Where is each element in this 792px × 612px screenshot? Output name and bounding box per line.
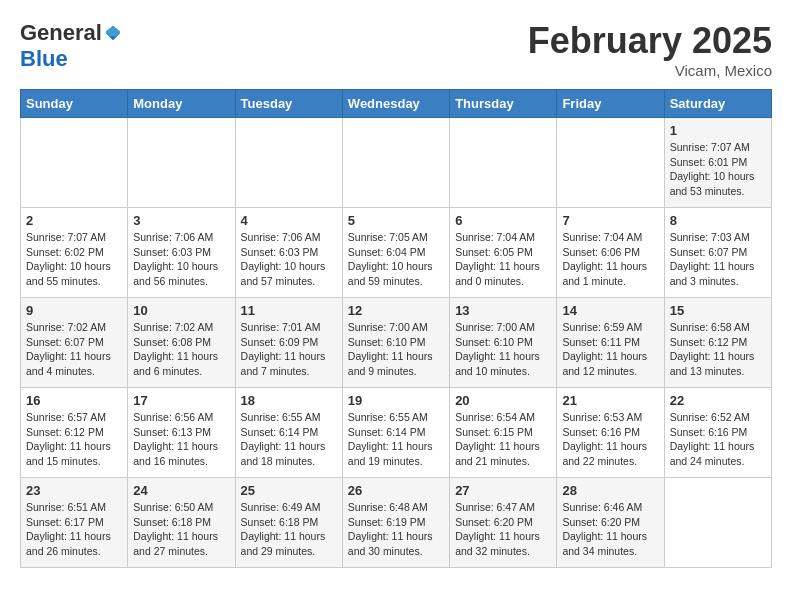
day-number: 28 <box>562 483 658 498</box>
month-title: February 2025 <box>528 20 772 62</box>
logo-general: General <box>20 20 102 46</box>
day-info: Sunrise: 6:46 AM Sunset: 6:20 PM Dayligh… <box>562 500 658 559</box>
calendar-cell: 14Sunrise: 6:59 AM Sunset: 6:11 PM Dayli… <box>557 298 664 388</box>
calendar-cell: 24Sunrise: 6:50 AM Sunset: 6:18 PM Dayli… <box>128 478 235 568</box>
calendar-cell: 8Sunrise: 7:03 AM Sunset: 6:07 PM Daylig… <box>664 208 771 298</box>
calendar-cell: 19Sunrise: 6:55 AM Sunset: 6:14 PM Dayli… <box>342 388 449 478</box>
day-header-wednesday: Wednesday <box>342 90 449 118</box>
day-info: Sunrise: 6:56 AM Sunset: 6:13 PM Dayligh… <box>133 410 229 469</box>
day-info: Sunrise: 7:03 AM Sunset: 6:07 PM Dayligh… <box>670 230 766 289</box>
day-info: Sunrise: 7:02 AM Sunset: 6:08 PM Dayligh… <box>133 320 229 379</box>
calendar-cell: 13Sunrise: 7:00 AM Sunset: 6:10 PM Dayli… <box>450 298 557 388</box>
day-number: 23 <box>26 483 122 498</box>
calendar-cell: 10Sunrise: 7:02 AM Sunset: 6:08 PM Dayli… <box>128 298 235 388</box>
calendar-cell: 3Sunrise: 7:06 AM Sunset: 6:03 PM Daylig… <box>128 208 235 298</box>
calendar-cell: 5Sunrise: 7:05 AM Sunset: 6:04 PM Daylig… <box>342 208 449 298</box>
calendar-cell <box>342 118 449 208</box>
day-number: 13 <box>455 303 551 318</box>
calendar-cell: 21Sunrise: 6:53 AM Sunset: 6:16 PM Dayli… <box>557 388 664 478</box>
calendar-cell: 11Sunrise: 7:01 AM Sunset: 6:09 PM Dayli… <box>235 298 342 388</box>
day-header-monday: Monday <box>128 90 235 118</box>
day-info: Sunrise: 7:07 AM Sunset: 6:02 PM Dayligh… <box>26 230 122 289</box>
location: Vicam, Mexico <box>528 62 772 79</box>
day-info: Sunrise: 7:00 AM Sunset: 6:10 PM Dayligh… <box>348 320 444 379</box>
day-number: 27 <box>455 483 551 498</box>
day-info: Sunrise: 6:49 AM Sunset: 6:18 PM Dayligh… <box>241 500 337 559</box>
day-info: Sunrise: 6:48 AM Sunset: 6:19 PM Dayligh… <box>348 500 444 559</box>
day-header-tuesday: Tuesday <box>235 90 342 118</box>
calendar-cell: 7Sunrise: 7:04 AM Sunset: 6:06 PM Daylig… <box>557 208 664 298</box>
calendar-cell <box>450 118 557 208</box>
calendar-cell: 17Sunrise: 6:56 AM Sunset: 6:13 PM Dayli… <box>128 388 235 478</box>
title-block: February 2025 Vicam, Mexico <box>528 20 772 79</box>
calendar-table: SundayMondayTuesdayWednesdayThursdayFrid… <box>20 89 772 568</box>
day-info: Sunrise: 7:06 AM Sunset: 6:03 PM Dayligh… <box>241 230 337 289</box>
calendar-cell: 2Sunrise: 7:07 AM Sunset: 6:02 PM Daylig… <box>21 208 128 298</box>
day-number: 25 <box>241 483 337 498</box>
logo-blue-text: Blue <box>20 46 68 72</box>
day-info: Sunrise: 6:57 AM Sunset: 6:12 PM Dayligh… <box>26 410 122 469</box>
calendar-week-2: 2Sunrise: 7:07 AM Sunset: 6:02 PM Daylig… <box>21 208 772 298</box>
day-info: Sunrise: 6:51 AM Sunset: 6:17 PM Dayligh… <box>26 500 122 559</box>
day-number: 4 <box>241 213 337 228</box>
day-info: Sunrise: 6:52 AM Sunset: 6:16 PM Dayligh… <box>670 410 766 469</box>
calendar-cell <box>235 118 342 208</box>
day-header-thursday: Thursday <box>450 90 557 118</box>
logo-icon <box>104 24 122 42</box>
day-info: Sunrise: 7:02 AM Sunset: 6:07 PM Dayligh… <box>26 320 122 379</box>
calendar-cell: 23Sunrise: 6:51 AM Sunset: 6:17 PM Dayli… <box>21 478 128 568</box>
day-info: Sunrise: 7:00 AM Sunset: 6:10 PM Dayligh… <box>455 320 551 379</box>
day-number: 5 <box>348 213 444 228</box>
day-number: 26 <box>348 483 444 498</box>
calendar-cell <box>664 478 771 568</box>
calendar-cell: 26Sunrise: 6:48 AM Sunset: 6:19 PM Dayli… <box>342 478 449 568</box>
calendar-cell: 6Sunrise: 7:04 AM Sunset: 6:05 PM Daylig… <box>450 208 557 298</box>
day-number: 16 <box>26 393 122 408</box>
calendar-cell: 20Sunrise: 6:54 AM Sunset: 6:15 PM Dayli… <box>450 388 557 478</box>
day-number: 21 <box>562 393 658 408</box>
day-info: Sunrise: 6:50 AM Sunset: 6:18 PM Dayligh… <box>133 500 229 559</box>
calendar-week-3: 9Sunrise: 7:02 AM Sunset: 6:07 PM Daylig… <box>21 298 772 388</box>
day-info: Sunrise: 6:55 AM Sunset: 6:14 PM Dayligh… <box>348 410 444 469</box>
calendar-cell <box>128 118 235 208</box>
day-info: Sunrise: 7:06 AM Sunset: 6:03 PM Dayligh… <box>133 230 229 289</box>
day-info: Sunrise: 7:04 AM Sunset: 6:06 PM Dayligh… <box>562 230 658 289</box>
calendar-week-1: 1Sunrise: 7:07 AM Sunset: 6:01 PM Daylig… <box>21 118 772 208</box>
day-number: 11 <box>241 303 337 318</box>
day-info: Sunrise: 7:05 AM Sunset: 6:04 PM Dayligh… <box>348 230 444 289</box>
calendar-cell: 15Sunrise: 6:58 AM Sunset: 6:12 PM Dayli… <box>664 298 771 388</box>
calendar-cell: 12Sunrise: 7:00 AM Sunset: 6:10 PM Dayli… <box>342 298 449 388</box>
page-header: General Blue February 2025 Vicam, Mexico <box>20 20 772 79</box>
day-number: 18 <box>241 393 337 408</box>
day-number: 2 <box>26 213 122 228</box>
calendar-week-4: 16Sunrise: 6:57 AM Sunset: 6:12 PM Dayli… <box>21 388 772 478</box>
day-info: Sunrise: 6:54 AM Sunset: 6:15 PM Dayligh… <box>455 410 551 469</box>
day-number: 22 <box>670 393 766 408</box>
calendar-cell: 16Sunrise: 6:57 AM Sunset: 6:12 PM Dayli… <box>21 388 128 478</box>
day-number: 7 <box>562 213 658 228</box>
day-info: Sunrise: 6:53 AM Sunset: 6:16 PM Dayligh… <box>562 410 658 469</box>
calendar-cell: 25Sunrise: 6:49 AM Sunset: 6:18 PM Dayli… <box>235 478 342 568</box>
day-info: Sunrise: 6:58 AM Sunset: 6:12 PM Dayligh… <box>670 320 766 379</box>
day-info: Sunrise: 7:04 AM Sunset: 6:05 PM Dayligh… <box>455 230 551 289</box>
day-number: 9 <box>26 303 122 318</box>
calendar-cell: 18Sunrise: 6:55 AM Sunset: 6:14 PM Dayli… <box>235 388 342 478</box>
day-number: 1 <box>670 123 766 138</box>
day-number: 3 <box>133 213 229 228</box>
day-number: 24 <box>133 483 229 498</box>
day-header-friday: Friday <box>557 90 664 118</box>
day-number: 8 <box>670 213 766 228</box>
calendar-cell: 1Sunrise: 7:07 AM Sunset: 6:01 PM Daylig… <box>664 118 771 208</box>
calendar-cell: 27Sunrise: 6:47 AM Sunset: 6:20 PM Dayli… <box>450 478 557 568</box>
calendar-cell <box>557 118 664 208</box>
day-number: 20 <box>455 393 551 408</box>
day-number: 15 <box>670 303 766 318</box>
calendar-week-5: 23Sunrise: 6:51 AM Sunset: 6:17 PM Dayli… <box>21 478 772 568</box>
day-number: 14 <box>562 303 658 318</box>
day-info: Sunrise: 7:07 AM Sunset: 6:01 PM Dayligh… <box>670 140 766 199</box>
calendar-header-row: SundayMondayTuesdayWednesdayThursdayFrid… <box>21 90 772 118</box>
calendar-cell <box>21 118 128 208</box>
day-number: 6 <box>455 213 551 228</box>
day-info: Sunrise: 7:01 AM Sunset: 6:09 PM Dayligh… <box>241 320 337 379</box>
day-header-saturday: Saturday <box>664 90 771 118</box>
